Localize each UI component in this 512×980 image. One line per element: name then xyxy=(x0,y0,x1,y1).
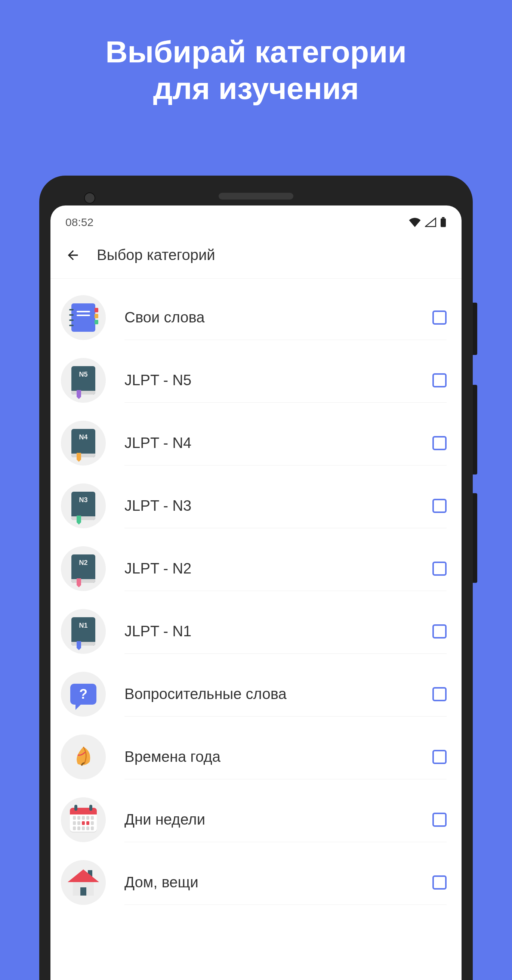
wifi-icon xyxy=(408,218,421,227)
category-row[interactable]: N1JLPT - N1 xyxy=(51,600,461,663)
jlpt-book-icon: N2 xyxy=(72,554,95,583)
category-row[interactable]: ?Вопросительные слова xyxy=(51,663,461,725)
jlpt-book-icon: N5 xyxy=(72,366,95,395)
category-row[interactable]: N3JLPT - N3 xyxy=(51,474,461,537)
jlpt-level-badge: N4 xyxy=(72,433,95,441)
category-checkbox[interactable] xyxy=(432,310,447,325)
svg-rect-0 xyxy=(440,219,446,227)
category-row[interactable]: N2JLPT - N2 xyxy=(51,537,461,600)
jlpt-level-badge: N2 xyxy=(72,559,95,567)
back-button[interactable] xyxy=(65,248,80,262)
jlpt-level-badge: N5 xyxy=(72,371,95,379)
category-row[interactable]: Времена года xyxy=(51,725,461,788)
category-icon-wrap: N3 xyxy=(61,484,106,528)
status-icons xyxy=(408,217,447,228)
category-icon-wrap xyxy=(61,860,106,905)
category-icon-wrap xyxy=(61,295,106,340)
promo-title-line2: для изучения xyxy=(0,70,512,107)
category-icon-wrap: N4 xyxy=(61,421,106,466)
category-checkbox[interactable] xyxy=(432,875,447,889)
battery-icon xyxy=(440,217,447,228)
category-list[interactable]: Свои словаN5JLPT - N5N4JLPT - N4N3JLPT -… xyxy=(51,279,461,914)
status-bar: 08:52 xyxy=(51,205,461,235)
svg-rect-1 xyxy=(442,217,445,219)
category-icon-wrap: ? xyxy=(61,672,106,717)
back-arrow-icon xyxy=(65,247,80,263)
phone-frame: 08:52 Выбор категорий Свои словаN5JLPT -… xyxy=(39,176,473,980)
category-label-wrap: JLPT - N3 xyxy=(124,484,447,528)
category-icon-wrap: N1 xyxy=(61,609,106,654)
status-time: 08:52 xyxy=(65,216,93,229)
category-checkbox[interactable] xyxy=(432,813,447,827)
category-checkbox[interactable] xyxy=(432,750,447,764)
category-label-wrap: JLPT - N5 xyxy=(124,358,447,403)
phone-volume-down-button xyxy=(473,493,477,583)
category-checkbox[interactable] xyxy=(432,436,447,450)
category-label: Вопросительные слова xyxy=(124,686,421,702)
category-icon-wrap: N2 xyxy=(61,546,106,591)
phone-camera xyxy=(84,192,95,204)
category-label-wrap: Дни недели xyxy=(124,797,447,842)
category-label: Дом, вещи xyxy=(124,874,421,891)
category-label: Свои слова xyxy=(124,309,421,326)
category-label: JLPT - N2 xyxy=(124,560,421,577)
category-label-wrap: JLPT - N4 xyxy=(124,421,447,466)
category-row[interactable]: N4JLPT - N4 xyxy=(51,412,461,474)
question-bubble-icon: ? xyxy=(70,684,96,705)
category-label-wrap: JLPT - N1 xyxy=(124,609,447,654)
jlpt-book-icon: N1 xyxy=(72,617,95,646)
category-label: JLPT - N3 xyxy=(124,497,421,514)
category-checkbox[interactable] xyxy=(432,687,447,701)
phone-power-button xyxy=(473,302,477,355)
category-label: JLPT - N5 xyxy=(124,372,421,388)
app-bar-title: Выбор категорий xyxy=(97,247,215,263)
category-label: JLPT - N4 xyxy=(124,434,421,451)
category-checkbox[interactable] xyxy=(432,562,447,576)
promo-title-line1: Выбирай категории xyxy=(0,33,512,70)
phone-volume-up-button xyxy=(473,385,477,474)
category-label: JLPT - N1 xyxy=(124,623,421,640)
category-label-wrap: Вопросительные слова xyxy=(124,672,447,717)
category-row[interactable]: N5JLPT - N5 xyxy=(51,349,461,412)
category-label-wrap: Времена года xyxy=(124,735,447,780)
category-label-wrap: Дом, вещи xyxy=(124,860,447,905)
jlpt-level-badge: N1 xyxy=(72,622,95,630)
category-checkbox[interactable] xyxy=(432,624,447,638)
category-row[interactable]: Свои слова xyxy=(51,286,461,349)
jlpt-book-icon: N3 xyxy=(72,492,95,520)
phone-notch xyxy=(51,187,461,205)
calendar-icon xyxy=(70,808,97,832)
promo-title: Выбирай категории для изучения xyxy=(0,0,512,107)
screen: 08:52 Выбор категорий Свои словаN5JLPT -… xyxy=(51,205,461,980)
jlpt-book-icon: N4 xyxy=(72,429,95,457)
category-icon-wrap xyxy=(61,735,106,780)
category-icon-wrap: N5 xyxy=(61,358,106,403)
category-label: Времена года xyxy=(124,748,421,765)
phone-speaker xyxy=(219,193,293,199)
leaf-icon xyxy=(70,744,96,770)
notebook-icon xyxy=(72,303,95,332)
house-icon xyxy=(69,869,97,896)
category-label-wrap: JLPT - N2 xyxy=(124,546,447,591)
category-checkbox[interactable] xyxy=(432,373,447,387)
category-label-wrap: Свои слова xyxy=(124,295,447,340)
category-row[interactable]: Дни недели xyxy=(51,788,461,851)
category-label: Дни недели xyxy=(124,811,421,828)
jlpt-level-badge: N3 xyxy=(72,496,95,504)
signal-icon xyxy=(425,218,436,227)
category-row[interactable]: Дом, вещи xyxy=(51,851,461,914)
category-icon-wrap xyxy=(61,797,106,842)
category-checkbox[interactable] xyxy=(432,499,447,513)
app-bar: Выбор категорий xyxy=(51,235,461,279)
